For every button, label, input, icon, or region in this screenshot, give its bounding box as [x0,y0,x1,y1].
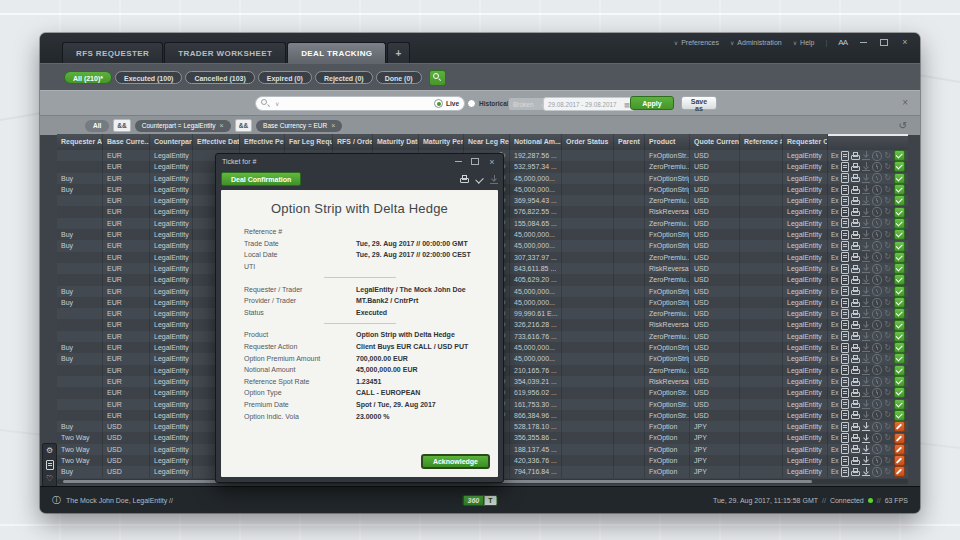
refresh-icon[interactable]: ↻ [884,355,891,363]
document-icon[interactable] [841,252,849,262]
deal-status-badge[interactable] [894,444,905,455]
menu-item[interactable]: ∨Help [793,39,815,46]
refresh-icon[interactable]: ↻ [884,287,891,295]
history-clock-icon[interactable] [872,185,882,195]
save-as-button[interactable]: Save as [681,96,717,110]
document-icon[interactable] [841,444,849,454]
menu-item[interactable]: ∨Preferences [674,39,719,46]
status-filter-tab[interactable]: Done (0) [376,71,422,84]
deal-status-badge[interactable] [894,161,905,172]
document-icon[interactable] [841,298,849,308]
search-filter-button[interactable] [429,70,446,86]
date-range-field[interactable]: 29.08.2017 - 29.08.2017▦ [543,97,635,111]
download-icon[interactable] [862,264,870,273]
deal-status-badge[interactable] [894,376,905,387]
printer-icon[interactable] [851,242,860,250]
printer-icon[interactable] [851,423,860,431]
refresh-icon[interactable]: ↻ [884,276,891,284]
history-clock-icon[interactable] [872,298,882,308]
download-icon[interactable] [862,445,870,454]
deal-status-badge[interactable] [894,331,905,342]
deal-status-badge[interactable] [894,421,905,432]
printer-icon[interactable] [851,366,860,374]
document-icon[interactable] [841,399,849,409]
history-clock-icon[interactable] [872,410,882,420]
printer-icon[interactable] [851,253,860,261]
refresh-icon[interactable]: ↻ [884,253,891,261]
download-icon[interactable] [862,230,870,239]
history-clock-icon[interactable] [872,320,882,330]
document-icon[interactable] [841,173,849,183]
history-clock-icon[interactable] [872,196,882,206]
column-header[interactable]: Reference #▼ [740,134,783,150]
refresh-icon[interactable]: ↻ [884,468,891,476]
refresh-icon[interactable]: ↻ [884,197,891,205]
document-icon[interactable] [841,365,849,375]
download-icon[interactable] [862,400,870,409]
refresh-icon[interactable]: ↻ [884,434,891,442]
document-icon[interactable] [841,433,849,443]
refresh-icon[interactable]: ↻ [884,378,891,386]
download-icon[interactable] [862,467,870,476]
history-clock-icon[interactable] [872,365,882,375]
deal-status-badge[interactable] [894,218,905,229]
close-window-button[interactable]: × [900,37,910,47]
deal-status-badge[interactable] [894,263,905,274]
document-icon[interactable] [841,230,849,240]
download-icon[interactable] [862,162,870,171]
history-clock-icon[interactable] [872,467,882,477]
modal-close-button[interactable]: × [487,157,497,167]
download-icon[interactable] [862,208,870,217]
document-icon[interactable] [841,207,849,217]
column-header[interactable]: RFS / Order [333,134,373,150]
document-icon[interactable] [841,275,849,285]
printer-icon[interactable] [851,389,860,397]
printer-icon[interactable] [851,411,860,419]
modal-minimize-button[interactable] [453,157,463,167]
deal-status-badge[interactable] [894,365,905,376]
document-icon[interactable] [841,456,849,466]
printer-icon[interactable] [851,208,860,216]
refresh-icon[interactable]: ↻ [884,174,891,182]
download-icon[interactable] [862,287,870,296]
history-clock-icon[interactable] [872,241,882,251]
history-clock-icon[interactable] [872,264,882,274]
refresh-icon[interactable]: ↻ [884,186,891,194]
document-icon[interactable] [841,264,849,274]
deal-status-badge[interactable] [894,353,905,364]
history-clock-icon[interactable] [872,343,882,353]
document-icon[interactable] [841,162,849,172]
refresh-icon[interactable]: ↻ [884,411,891,419]
deal-status-badge[interactable] [894,410,905,421]
refresh-icon[interactable]: ↻ [884,457,891,465]
remove-chip-icon[interactable]: × [220,120,224,132]
printer-icon[interactable] [851,231,860,239]
document-icon[interactable] [841,196,849,206]
confirm-check-icon[interactable] [475,175,483,183]
apply-button[interactable]: Apply [630,96,674,110]
history-clock-icon[interactable] [872,399,882,409]
deal-status-badge[interactable] [894,342,905,353]
refresh-icon[interactable]: ↻ [884,400,891,408]
new-tab-button[interactable]: + [387,42,409,63]
download-icon[interactable] [862,196,870,205]
column-header[interactable]: Maturity Peri... [419,134,464,150]
column-header[interactable]: Quote Curren... [690,134,740,150]
printer-icon[interactable] [851,321,860,329]
undo-icon[interactable]: ↺ [899,120,907,131]
printer-icon[interactable] [851,174,860,182]
document-icon[interactable] [841,354,849,364]
download-icon[interactable] [862,366,870,375]
refresh-icon[interactable]: ↻ [884,152,891,160]
printer-icon[interactable] [851,344,860,352]
status-filter-tab[interactable]: All (210)* [64,71,112,84]
printer-icon[interactable] [851,265,860,273]
history-clock-icon[interactable] [872,218,882,228]
column-header[interactable]: Requester Co... [783,134,828,150]
copy-page-icon[interactable] [46,460,54,470]
download-icon[interactable] [862,411,870,420]
app-tab[interactable]: DEAL TRACKING [287,42,386,63]
download-icon[interactable] [862,388,870,397]
refresh-icon[interactable]: ↻ [884,366,891,374]
status-filter-tab[interactable]: Executed (100) [115,71,182,84]
